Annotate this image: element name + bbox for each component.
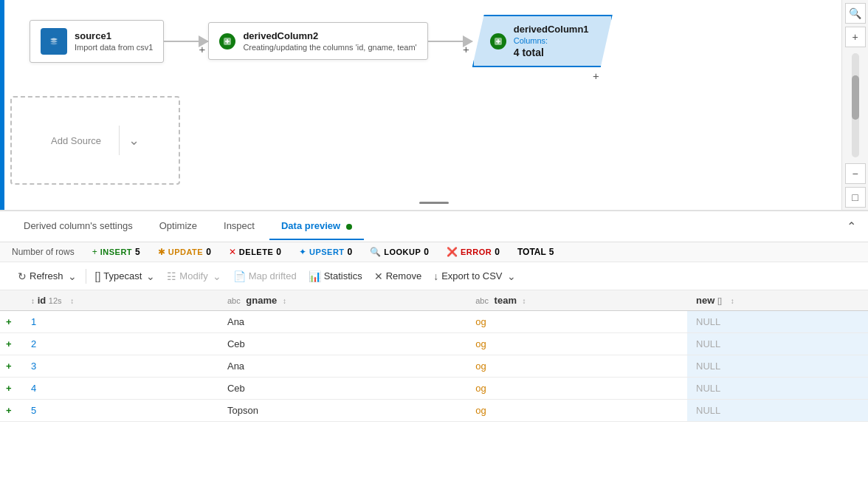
derivedColumn1-node[interactable]: derivedColumn1 Columns: 4 total (472, 15, 613, 67)
th-new[interactable]: new [] ↕ (687, 290, 868, 311)
sep1 (86, 269, 86, 284)
th-team[interactable]: abc team ↕ (466, 290, 687, 311)
table-row: + 1 Ana og NULL (0, 311, 868, 333)
stat-error: ❌ ERROR 0 (447, 247, 500, 257)
zoom-in-button[interactable]: + (845, 27, 866, 47)
statistics-button[interactable]: 📊 Statistics (303, 267, 368, 285)
row2-team: og (466, 333, 687, 355)
delete-x-icon: ✕ (229, 247, 236, 257)
upsert-count: 0 (348, 247, 353, 257)
th-id[interactable]: ↕ id 12s ↕ (22, 290, 218, 311)
lookup-label: LOOKUP (384, 248, 421, 256)
row1-new: NULL (687, 311, 868, 333)
export-csv-label: Export to CSV (441, 270, 502, 281)
bottom-panel: Derived column's settings Optimize Inspe… (0, 211, 868, 495)
add-source-divider (119, 126, 120, 155)
th-new-type: [] (717, 296, 722, 305)
upsert-icon: ✦ (299, 247, 306, 257)
row1-team: og (466, 311, 687, 333)
statistics-icon: 📊 (309, 270, 321, 282)
insert-label: INSERT (100, 248, 132, 256)
insert-plus-icon: + (92, 247, 97, 257)
derivedColumn2-subtitle: Creating/updating the columns 'id, gname… (243, 43, 416, 52)
row2-id: 2 (22, 333, 218, 355)
collapse-panel-button[interactable]: ⌃ (847, 219, 856, 233)
table-row: + 3 Ana og NULL (0, 355, 868, 378)
row5-team: og (466, 400, 687, 422)
source1-node[interactable]: source1 Import data from csv1 (30, 20, 164, 63)
derivedColumn2-title: derivedColumn2 (243, 30, 416, 41)
tab-optimize[interactable]: Optimize (148, 213, 209, 240)
row5-new: NULL (687, 400, 868, 422)
row4-gname: Ceb (218, 378, 466, 400)
tab-inspect[interactable]: Inspect (212, 213, 266, 240)
modify-label: Modify (179, 270, 207, 281)
refresh-button[interactable]: ↻ Refresh ⌄ (12, 267, 83, 285)
th-team-sort[interactable]: ↕ (523, 297, 526, 305)
derivedColumn1-title: derivedColumn1 (514, 24, 590, 35)
insert-count: 5 (135, 247, 140, 257)
th-gname-sort[interactable]: ↕ (283, 297, 286, 305)
derivedColumn1-subtitle-value: 4 total (514, 47, 590, 58)
row3-gname: Ana (218, 355, 466, 378)
th-id-sort[interactable]: ↕ (70, 297, 74, 305)
error-count: 0 (495, 247, 500, 257)
fit-button[interactable]: □ (845, 187, 866, 208)
derived1-icon (490, 33, 506, 50)
add-source-box[interactable]: Add Source ⌄ (10, 96, 180, 185)
plus-connector-3[interactable]: + (593, 69, 599, 82)
typecast-button[interactable]: [] Typecast ⌄ (89, 267, 162, 285)
source1-content: source1 Import data from csv1 (75, 30, 153, 52)
row3-team: og (466, 355, 687, 378)
plus-connector-1[interactable]: + (199, 43, 206, 55)
derivedColumn2-node[interactable]: derivedColumn2 Creating/updating the col… (208, 22, 427, 60)
modify-icon: ☷ (167, 270, 176, 282)
table-header: ↕ id 12s ↕ abc gname ↕ abc team ↕ (0, 290, 868, 311)
canvas-area: source1 Import data from csv1 + de (0, 0, 868, 211)
export-csv-icon: ↓ (433, 270, 438, 282)
data-table-container[interactable]: ↕ id 12s ↕ abc gname ↕ abc team ↕ (0, 290, 868, 495)
table-row: + 5 Topson og NULL (0, 400, 868, 422)
map-drifted-label: Map drifted (249, 270, 297, 281)
right-sidebar: 🔍 + − □ (841, 0, 868, 211)
plus-connector-2[interactable]: + (463, 43, 469, 55)
tabs-bar: Derived column's settings Optimize Inspe… (0, 211, 868, 242)
row3-plus: + (0, 355, 22, 378)
add-source-arrow-icon: ⌄ (128, 132, 140, 148)
add-source-label: Add Source (51, 135, 101, 146)
nodes-container: source1 Import data from csv1 + de (0, 7, 627, 75)
tab-settings[interactable]: Derived column's settings (12, 213, 145, 240)
search-button[interactable]: 🔍 (845, 3, 866, 24)
th-new-label: new (696, 295, 714, 306)
th-team-label: team (495, 295, 517, 306)
zoom-out-button[interactable]: − (845, 163, 866, 184)
typecast-label: Typecast (103, 270, 142, 281)
modify-button[interactable]: ☷ Modify ⌄ (161, 267, 227, 285)
derived2-icon (219, 33, 235, 50)
row2-gname: Ceb (218, 333, 466, 355)
derivedColumn1-node-wrapper: derivedColumn1 Columns: 4 total + (472, 15, 613, 67)
table-row: + 4 Ceb og NULL (0, 378, 868, 400)
map-drifted-button[interactable]: 📄 Map drifted (227, 267, 303, 285)
export-csv-button[interactable]: ↓ Export to CSV ⌄ (427, 267, 521, 285)
lookup-icon: 🔍 (370, 247, 381, 257)
derived1-icon-container (490, 33, 506, 50)
remove-icon: ✕ (374, 270, 383, 282)
th-gname[interactable]: abc gname ↕ (218, 290, 466, 311)
update-star-icon: ✱ (158, 247, 165, 257)
row1-id: 1 (22, 311, 218, 333)
refresh-icon: ↻ (18, 270, 27, 282)
collapse-handle[interactable] (419, 202, 449, 204)
derivedColumn1-subtitle-label: Columns: (514, 36, 590, 45)
th-new-sort[interactable]: ↕ (731, 297, 734, 305)
row3-id: 3 (22, 355, 218, 378)
tab-data-preview[interactable]: Data preview (269, 213, 364, 240)
zoom-scrollbar-track[interactable] (852, 53, 859, 157)
stat-insert: + INSERT 5 (92, 247, 140, 257)
update-count: 0 (206, 247, 211, 257)
export-chevron-icon: ⌄ (507, 270, 516, 282)
row4-plus: + (0, 378, 22, 400)
total-count: 5 (549, 247, 554, 257)
remove-button[interactable]: ✕ Remove (368, 267, 427, 285)
zoom-scrollbar-thumb[interactable] (852, 75, 859, 120)
